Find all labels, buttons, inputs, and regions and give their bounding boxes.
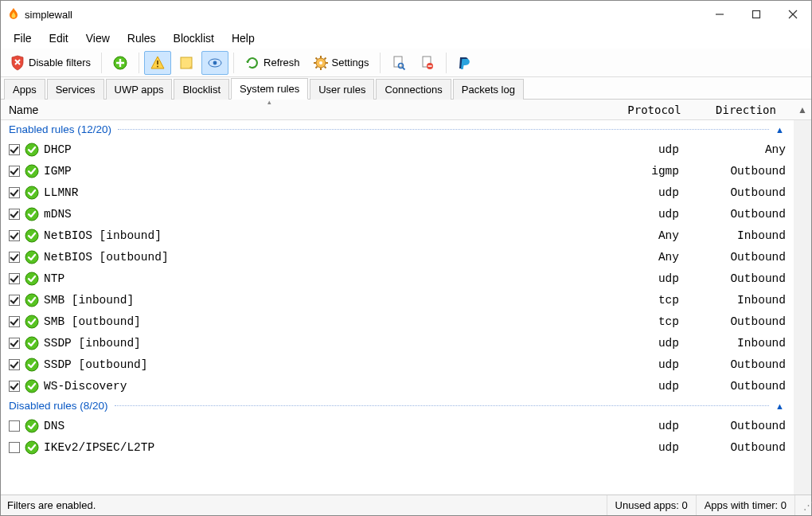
rule-protocol: tcp	[611, 315, 698, 328]
rule-checkbox[interactable]	[9, 273, 20, 284]
rule-checkbox[interactable]	[9, 316, 20, 327]
app-icon	[7, 8, 20, 21]
toolbar-separator	[139, 53, 139, 73]
rules-list[interactable]: Enabled rules (12/20)▲DHCPudpAnyIGMPigmp…	[1, 120, 794, 494]
svg-point-34	[25, 315, 38, 328]
rule-row[interactable]: SMB [inbound]tcpInbound	[1, 289, 794, 311]
refresh-button[interactable]: Refresh	[239, 51, 306, 75]
tab-uwp-apps[interactable]: UWP apps	[106, 79, 173, 100]
active-tab-indicator-icon: ▴	[267, 98, 271, 106]
rule-row[interactable]: mDNSudpOutbound	[1, 203, 794, 225]
tab-apps[interactable]: Apps	[4, 79, 45, 100]
rule-checkbox[interactable]	[9, 209, 20, 220]
tab-connections[interactable]: Connections	[376, 79, 451, 100]
remove-button[interactable]	[414, 51, 441, 75]
resize-grip-icon[interactable]: ⋰	[794, 495, 811, 515]
disable-filters-button[interactable]: Disable filters	[4, 51, 96, 75]
rule-row[interactable]: SSDP [inbound]udpInbound	[1, 332, 794, 354]
donate-button[interactable]	[451, 51, 478, 75]
column-direction[interactable]: Direction	[698, 104, 794, 116]
svg-point-39	[25, 441, 38, 454]
column-name[interactable]: Name	[1, 104, 611, 116]
rule-row[interactable]: DHCPudpAny	[1, 139, 794, 160]
group-enabled-rules[interactable]: Enabled rules (12/20)▲	[1, 120, 794, 139]
scrollbar[interactable]	[794, 120, 811, 494]
rule-row[interactable]: IGMPigmpOutbound	[1, 160, 794, 182]
rule-row[interactable]: NTPudpOutbound	[1, 268, 794, 289]
add-button[interactable]	[107, 51, 134, 75]
rule-checkbox[interactable]	[9, 144, 20, 155]
scroll-up-icon[interactable]: ▲	[794, 104, 811, 115]
tab-services[interactable]: Services	[47, 79, 104, 100]
rule-row[interactable]: DNSudpOutbound	[1, 415, 794, 436]
status-apps-with-timer: Apps with timer: 0	[696, 495, 794, 515]
app-window: simplewall File Edit View Rules Blocklis…	[0, 0, 812, 516]
column-protocol[interactable]: Protocol	[611, 104, 698, 116]
svg-point-35	[25, 337, 38, 350]
collapse-icon[interactable]: ▲	[775, 125, 789, 135]
rule-row[interactable]: SMB [outbound]tcpOutbound	[1, 311, 794, 332]
rule-name: SMB [inbound]	[44, 294, 611, 307]
menu-file[interactable]: File	[6, 29, 40, 48]
status-ok-icon	[25, 164, 39, 178]
rule-checkbox[interactable]	[9, 252, 20, 263]
svg-line-19	[324, 57, 326, 59]
rule-row[interactable]: WS-DiscoveryudpOutbound	[1, 375, 794, 397]
rule-direction: Inbound	[698, 294, 794, 307]
menu-rules[interactable]: Rules	[119, 29, 164, 48]
rule-checkbox[interactable]	[9, 338, 20, 349]
rule-protocol: udp	[611, 441, 698, 454]
rule-row[interactable]: IKEv2/IPSEC/L2TPudpOutbound	[1, 436, 794, 458]
rule-direction: Outbound	[698, 165, 794, 178]
settings-label: Settings	[332, 57, 369, 68]
tab-system-rules[interactable]: System rules▴	[231, 78, 308, 100]
rule-checkbox[interactable]	[9, 420, 20, 432]
column-headers: Name Protocol Direction ▲	[1, 100, 811, 120]
tab-packets-log[interactable]: Packets log	[453, 79, 524, 100]
status-ok-icon	[25, 143, 39, 157]
app-title: simplewall	[25, 9, 72, 21]
minimize-button[interactable]	[701, 1, 738, 28]
menu-edit[interactable]: Edit	[41, 29, 76, 48]
rule-checkbox[interactable]	[9, 295, 20, 306]
group-disabled-rules[interactable]: Disabled rules (8/20)▲	[1, 397, 794, 415]
status-ok-icon	[25, 379, 39, 393]
rule-checkbox[interactable]	[9, 442, 20, 453]
rule-checkbox[interactable]	[9, 230, 20, 241]
tab-blocklist[interactable]: Blocklist	[174, 79, 229, 100]
rule-name: SSDP [outbound]	[44, 358, 611, 371]
rule-protocol: tcp	[611, 294, 698, 307]
rule-name: NTP	[44, 272, 611, 285]
rule-row[interactable]: LLMNRudpOutbound	[1, 182, 794, 203]
rule-checkbox[interactable]	[9, 381, 20, 392]
warning-icon	[150, 55, 166, 71]
rule-row[interactable]: SSDP [outbound]udpOutbound	[1, 354, 794, 375]
collapse-icon[interactable]: ▲	[775, 401, 789, 411]
svg-point-29	[25, 208, 38, 221]
rule-protocol: Any	[611, 229, 698, 242]
alerts-toggle[interactable]	[144, 51, 171, 75]
rule-protocol: igmp	[611, 165, 698, 178]
rule-protocol: udp	[611, 337, 698, 350]
settings-button[interactable]: Settings	[307, 51, 375, 75]
tab-user-rules[interactable]: User rules	[310, 79, 374, 100]
find-button[interactable]	[385, 51, 412, 75]
close-button[interactable]	[775, 1, 811, 28]
rule-checkbox[interactable]	[9, 166, 20, 177]
svg-point-28	[25, 186, 38, 199]
rule-checkbox[interactable]	[9, 359, 20, 370]
group-label: Enabled rules (12/20)	[9, 123, 111, 135]
rule-name: IKEv2/IPSEC/L2TP	[44, 441, 611, 454]
rule-row[interactable]: NetBIOS [inbound]AnyInbound	[1, 225, 794, 246]
rule-row[interactable]: NetBIOS [outbound]AnyOutbound	[1, 246, 794, 268]
maximize-button[interactable]	[738, 1, 775, 28]
svg-point-27	[25, 165, 38, 178]
menu-help[interactable]: Help	[224, 29, 263, 48]
rule-direction: Outbound	[698, 186, 794, 199]
watch-toggle[interactable]	[201, 51, 228, 75]
toolbar-separator	[101, 53, 102, 73]
rule-checkbox[interactable]	[9, 187, 20, 198]
notes-toggle[interactable]	[173, 51, 200, 75]
menu-view[interactable]: View	[78, 29, 118, 48]
menu-blocklist[interactable]: Blocklist	[166, 29, 222, 48]
